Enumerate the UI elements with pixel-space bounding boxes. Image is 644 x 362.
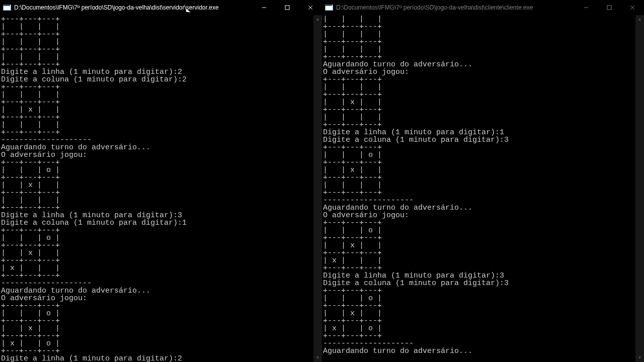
- svg-rect-5: [607, 6, 611, 10]
- scrollbar[interactable]: ▲ ▼: [313, 15, 322, 362]
- scrollbar[interactable]: ▲ ▼: [635, 15, 644, 362]
- scroll-down-icon[interactable]: ▼: [313, 353, 322, 362]
- window-servidor: D:\Documentos\IFMG\7º período\SD\jogo-da…: [0, 0, 322, 362]
- close-button[interactable]: [299, 0, 322, 15]
- title-cliente: D:\Documentos\IFMG\7º período\SD\jogo-da…: [336, 4, 575, 11]
- maximize-button[interactable]: [276, 0, 299, 15]
- terminal-cliente[interactable]: | | | | +---+---+---+ | | | | +---+---+-…: [322, 15, 644, 362]
- terminal-servidor[interactable]: +---+---+---+ | | | | +---+---+---+ | | …: [0, 15, 322, 362]
- app-icon: [325, 4, 333, 12]
- scroll-down-icon[interactable]: ▼: [635, 353, 644, 362]
- window-controls: [575, 0, 644, 15]
- maximize-button[interactable]: [598, 0, 621, 15]
- titlebar-cliente[interactable]: D:\Documentos\IFMG\7º período\SD\jogo-da…: [322, 0, 644, 15]
- window-cliente: D:\Documentos\IFMG\7º período\SD\jogo-da…: [322, 0, 644, 362]
- close-button[interactable]: [621, 0, 644, 15]
- window-controls: [253, 0, 322, 15]
- minimize-button[interactable]: [575, 0, 598, 15]
- minimize-button[interactable]: [253, 0, 276, 15]
- titlebar-servidor[interactable]: D:\Documentos\IFMG\7º período\SD\jogo-da…: [0, 0, 322, 15]
- scroll-up-icon[interactable]: ▲: [313, 15, 322, 24]
- app-icon: [3, 4, 11, 12]
- title-servidor: D:\Documentos\IFMG\7º período\SD\jogo-da…: [14, 4, 253, 11]
- svg-rect-1: [285, 6, 289, 10]
- scroll-up-icon[interactable]: ▲: [635, 15, 644, 24]
